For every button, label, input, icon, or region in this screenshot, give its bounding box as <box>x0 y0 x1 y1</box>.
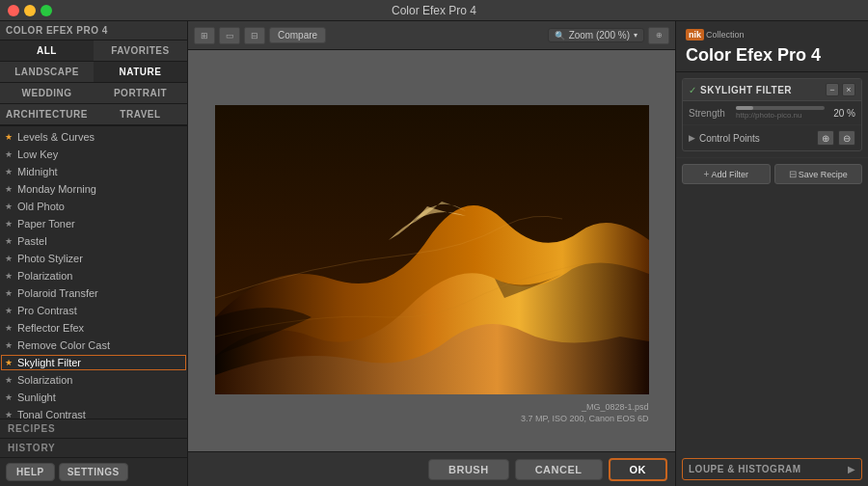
filter-close-icon[interactable]: × <box>842 83 855 96</box>
help-button[interactable]: HELP <box>6 463 55 481</box>
ok-button[interactable]: OK <box>609 458 668 481</box>
filter-item-label: Sunlight <box>17 392 56 403</box>
strength-bar-fill <box>736 106 753 110</box>
tab-nature[interactable]: NATURE <box>94 62 187 82</box>
check-icon: ✓ <box>689 85 696 95</box>
zoom-control[interactable]: 🔍 Zoom (200 %) ▾ <box>548 28 644 42</box>
loupe-expand-icon[interactable]: ▶ <box>848 464 855 474</box>
filter-item-label: Pro Contrast <box>17 305 77 316</box>
tab-travel[interactable]: TRAVEL <box>94 104 187 124</box>
settings-button[interactable]: SETTINGS <box>59 463 128 481</box>
strength-bar-area[interactable]: http://photo-pico.nu <box>736 106 825 120</box>
desert-image <box>215 105 649 394</box>
filter-item[interactable]: ★Sunlight <box>0 389 187 406</box>
filter-item-label: Solarization <box>17 374 72 386</box>
filter-item-label: Old Photo <box>17 201 65 212</box>
filter-item[interactable]: ★Midnight <box>0 163 187 180</box>
brand-label: COLOR EFEX PRO 4 <box>6 25 108 36</box>
tab-row-1: ALL FAVORITES <box>0 40 187 62</box>
panel-title-bold: 4 <box>811 45 821 65</box>
zoom-label: Zoom (200 %) <box>569 30 630 40</box>
tab-all[interactable]: ALL <box>0 40 94 61</box>
cp-add-button[interactable]: ⊕ <box>817 130 834 146</box>
filter-list: ★Levels & Curves★Low Key★Midnight★Monday… <box>0 126 187 418</box>
add-filter-button[interactable]: + Add Filter <box>682 164 771 184</box>
brush-button[interactable]: BRUSH <box>428 459 509 480</box>
view-single-icon[interactable]: ▭ <box>219 27 240 44</box>
compare-button[interactable]: Compare <box>269 27 326 43</box>
strength-row: Strength http://photo-pico.nu 20 % <box>683 101 861 125</box>
sidebar: COLOR EFEX PRO 4 ALL FAVORITES LANDSCAPE… <box>0 21 188 486</box>
sidebar-bottom: HELP SETTINGS <box>0 457 187 486</box>
fit-icon[interactable]: ⊕ <box>648 27 669 44</box>
image-filename: _MG_0828-1.psd <box>521 401 648 414</box>
toolbar: ⊞ ▭ ⊟ Compare 🔍 Zoom (200 %) ▾ ⊕ <box>188 21 675 50</box>
tab-row-2: LANDSCAPE NATURE <box>0 62 187 83</box>
tab-architecture[interactable]: ARCHITECTURE <box>0 104 94 124</box>
loupe-section-border: LOUPE & HISTOGRAM ▶ <box>682 458 862 480</box>
filter-section-controls: − × <box>826 83 855 96</box>
filter-item[interactable]: ★Paper Toner <box>0 215 187 232</box>
filter-section-header: ✓ SKYLIGHT FILTER − × <box>683 79 861 101</box>
filter-item[interactable]: ★Solarization <box>0 371 187 389</box>
right-panel: nik Collection Color Efex Pro 4 ✓ SKYLIG… <box>675 21 868 486</box>
filter-item[interactable]: ★Levels & Curves <box>0 128 187 146</box>
filter-item-label: Paper Toner <box>17 218 75 230</box>
category-tabs: ALL FAVORITES LANDSCAPE NATURE WEDDING P… <box>0 40 187 126</box>
filter-item-label: Remove Color Cast <box>17 339 110 351</box>
filter-item[interactable]: ★Reflector Efex <box>0 319 187 337</box>
filter-item[interactable]: ★Tonal Contrast <box>0 406 187 418</box>
strength-bar-bg <box>736 106 825 110</box>
filter-item[interactable]: ★Polaroid Transfer <box>0 284 187 302</box>
recipes-label: RECIPES <box>8 423 56 434</box>
tab-favorites[interactable]: FAVORITES <box>94 40 187 61</box>
chevron-down-icon: ▾ <box>634 31 637 40</box>
cp-remove-button[interactable]: ⊖ <box>838 130 855 146</box>
view-grid-icon[interactable]: ⊟ <box>244 27 265 44</box>
save-recipe-button[interactable]: ⊟ Save Recipe <box>774 164 863 184</box>
tab-wedding[interactable]: WEDDING <box>0 83 94 103</box>
tab-row-3: WEDDING PORTRAIT <box>0 83 187 104</box>
tab-portrait[interactable]: PORTRAIT <box>94 83 187 103</box>
filter-item-label: Polaroid Transfer <box>17 287 98 299</box>
close-button[interactable] <box>8 5 19 16</box>
filter-item-label: Reflector Efex <box>17 322 84 334</box>
brand-nik-badge: nik <box>686 29 704 40</box>
panel-spacer <box>676 190 868 454</box>
filter-item-label: Photo Stylizer <box>17 253 83 264</box>
filter-item[interactable]: ★Low Key <box>0 146 187 163</box>
window-title: Color Efex Pro 4 <box>392 4 476 17</box>
cancel-button[interactable]: CANCEL <box>515 459 603 480</box>
filter-item[interactable]: ★Old Photo <box>0 198 187 215</box>
filter-item-label: Skylight Filter <box>17 357 81 368</box>
filter-item[interactable]: ★Remove Color Cast <box>0 337 187 354</box>
sidebar-toolbar: COLOR EFEX PRO 4 <box>0 21 187 40</box>
filter-item[interactable]: ★Pro Contrast <box>0 302 187 319</box>
filter-item-label: Tonal Contrast <box>17 409 86 418</box>
image-meta: 3.7 MP, ISO 200, Canon EOS 6D <box>521 413 648 425</box>
filter-item[interactable]: ★Polarization <box>0 267 187 284</box>
cp-expand-icon[interactable]: ▶ <box>689 133 695 143</box>
filter-minus-icon[interactable]: − <box>826 83 839 96</box>
titlebar: Color Efex Pro 4 <box>0 0 868 21</box>
collection-button[interactable]: Collection <box>706 30 745 40</box>
image-caption: _MG_0828-1.psd 3.7 MP, ISO 200, Canon EO… <box>521 401 648 425</box>
filter-item[interactable]: ★Pastel <box>0 232 187 250</box>
bottom-bar: BRUSH CANCEL OK <box>188 451 675 486</box>
tab-landscape[interactable]: LANDSCAPE <box>0 62 94 82</box>
skylight-filter-section: ✓ SKYLIGHT FILTER − × Strength http://ph… <box>682 78 862 151</box>
maximize-button[interactable] <box>41 5 52 16</box>
filter-item-label: Midnight <box>17 166 58 177</box>
filter-section-title: SKYLIGHT FILTER <box>700 85 822 95</box>
history-section: HISTORY <box>0 438 187 457</box>
filter-item[interactable]: ★Photo Stylizer <box>0 250 187 267</box>
image-canvas: _MG_0828-1.psd 3.7 MP, ISO 200, Canon EO… <box>188 50 675 451</box>
cp-label: Control Points <box>699 133 813 144</box>
minimize-button[interactable] <box>24 5 36 16</box>
panel-brand: nik Collection <box>686 29 858 40</box>
add-filter-label: Add Filter <box>711 170 748 179</box>
filter-item[interactable]: ★Skylight Filter <box>0 354 187 371</box>
view-split-icon[interactable]: ⊞ <box>194 27 215 44</box>
traffic-lights <box>8 5 52 16</box>
filter-item[interactable]: ★Monday Morning <box>0 180 187 198</box>
